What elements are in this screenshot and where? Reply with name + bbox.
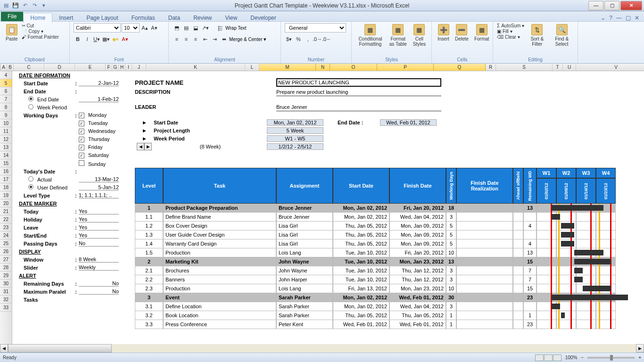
task-row[interactable]: 2.3ProductionLois LangFri, Jan 13, 2012M… <box>135 284 616 293</box>
task-row[interactable]: 3EventSarah ParkerMon, Jan 02, 2012Wed, … <box>135 293 616 302</box>
clear-button[interactable]: ⌫Clear ▾ <box>497 34 524 40</box>
scroll-right-button[interactable]: ▶ <box>636 344 644 353</box>
row-header-20[interactable]: 20 <box>0 199 12 207</box>
task-cell[interactable] <box>576 284 596 293</box>
task-cell[interactable] <box>537 311 556 320</box>
task-cell[interactable] <box>513 284 523 293</box>
task-cell[interactable]: Mon, Jan 09, 2012 <box>389 222 446 230</box>
task-cell[interactable] <box>513 204 523 213</box>
font-size-select[interactable]: 10 <box>122 23 140 33</box>
task-cell[interactable]: Mon, Jan 09, 2012 <box>389 239 446 248</box>
copy-button[interactable]: 📄Copy ▾ <box>22 29 59 34</box>
task-cell[interactable]: Tue, Jan 10, 2012 <box>333 275 389 284</box>
ribbon-tab-data[interactable]: Data <box>162 13 187 23</box>
task-cell[interactable] <box>513 320 523 329</box>
leave-value[interactable]: Yes <box>79 224 119 230</box>
task-cell[interactable]: Banners <box>163 275 276 284</box>
paste-button[interactable]: 📋Paste <box>4 23 20 57</box>
redo-icon[interactable]: ↷ <box>30 1 39 10</box>
task-row[interactable]: 2Marketing KitJohn WayneTue, Jan 10, 201… <box>135 257 616 266</box>
task-cell[interactable]: 2.2 <box>135 275 163 284</box>
row-header-11[interactable]: 11 <box>0 127 12 135</box>
help-icon[interactable]: ? <box>609 15 612 21</box>
task-row[interactable]: 1.2Box Cover DesignLisa GirlThu, Jan 05,… <box>135 222 616 230</box>
task-cell[interactable] <box>576 311 596 320</box>
autosum-button[interactable]: ΣAutoSum ▾ <box>497 23 524 28</box>
task-cell[interactable]: 23 <box>523 320 537 329</box>
slider-value[interactable]: Weekly <box>79 264 119 271</box>
task-cell[interactable] <box>513 239 523 248</box>
task-cell[interactable] <box>537 204 556 213</box>
task-cell[interactable] <box>556 213 576 222</box>
task-cell[interactable] <box>576 266 596 275</box>
task-cell[interactable]: John Wayne <box>276 257 333 266</box>
minimize-button[interactable]: — <box>588 1 603 10</box>
task-cell[interactable] <box>456 222 513 230</box>
column-header-N[interactable]: N <box>316 64 330 71</box>
row-header-22[interactable]: 22 <box>0 215 12 223</box>
task-cell[interactable] <box>596 222 616 230</box>
row-header-23[interactable]: 23 <box>0 223 12 231</box>
task-cell[interactable]: Product Package Preparation <box>163 204 276 213</box>
task-cell[interactable] <box>576 239 596 248</box>
task-cell[interactable] <box>596 302 616 311</box>
font-name-select[interactable]: Calibri <box>74 23 121 33</box>
prev-week-button[interactable]: ◀ <box>137 143 144 150</box>
delete-cells-button[interactable]: ➖Delete <box>453 23 471 57</box>
task-cell[interactable]: 3.1 <box>135 302 163 311</box>
orientation-icon[interactable]: ↗▾ <box>201 23 209 33</box>
task-cell[interactable] <box>596 213 616 222</box>
decrease-decimal-icon[interactable]: .0← <box>322 34 331 44</box>
column-header-V[interactable]: V <box>576 64 644 71</box>
task-cell[interactable]: 1 <box>135 204 163 213</box>
sort-filter-button[interactable]: ⇅Sort & Filter <box>526 23 548 57</box>
task-cell[interactable] <box>456 284 513 293</box>
start-date-value[interactable]: 2-Jan-12 <box>79 80 119 86</box>
row-header-24[interactable]: 24 <box>0 231 12 239</box>
task-cell[interactable] <box>456 257 513 266</box>
task-cell[interactable] <box>596 284 616 293</box>
task-cell[interactable]: Lois Lang <box>276 248 333 257</box>
startend-value[interactable]: Yes <box>79 232 119 239</box>
task-cell[interactable]: Bruce Jenner <box>276 204 333 213</box>
task-cell[interactable] <box>537 293 556 302</box>
thursday-checkbox[interactable]: ✓ <box>79 137 84 142</box>
window-minimize-icon[interactable]: — <box>616 15 622 21</box>
task-cell[interactable] <box>456 320 513 329</box>
format-painter-button[interactable]: 🖌Format Painter <box>22 34 59 40</box>
task-cell[interactable] <box>513 275 523 284</box>
task-cell[interactable] <box>576 320 596 329</box>
task-cell[interactable] <box>513 302 523 311</box>
row-header-29[interactable]: 29 <box>0 272 12 280</box>
task-cell[interactable] <box>596 248 616 257</box>
wednesday-checkbox[interactable]: ✓ <box>79 129 84 134</box>
holiday-value[interactable]: Yes <box>79 216 119 222</box>
task-cell[interactable]: 1 <box>446 320 456 329</box>
task-cell[interactable] <box>513 230 523 239</box>
task-cell[interactable]: 10 <box>446 248 456 257</box>
font-color-button[interactable]: A▾ <box>121 34 129 44</box>
task-cell[interactable]: Production <box>163 248 276 257</box>
task-cell[interactable]: 1.2 <box>135 222 163 230</box>
task-cell[interactable]: Tue, Jan 10, 2012 <box>333 257 389 266</box>
task-cell[interactable] <box>596 311 616 320</box>
percent-icon[interactable]: % <box>294 34 303 44</box>
task-cell[interactable]: 23 <box>523 293 537 302</box>
task-cell[interactable] <box>456 311 513 320</box>
task-cell[interactable]: 5 <box>446 239 456 248</box>
task-cell[interactable]: Mon, Jan 02, 2012 <box>333 213 389 222</box>
zoom-out-button[interactable]: − <box>581 355 584 360</box>
column-header-F[interactable]: F <box>106 64 112 71</box>
row-header-14[interactable]: 14 <box>0 151 12 159</box>
task-cell[interactable] <box>596 204 616 213</box>
window-value[interactable]: 8 Week <box>79 256 119 263</box>
italic-button[interactable]: I <box>83 34 91 44</box>
page-break-view-button[interactable] <box>553 354 561 361</box>
task-cell[interactable]: 30 <box>446 293 456 302</box>
task-cell[interactable]: Bruce Jenner <box>276 213 333 222</box>
row-header-25[interactable]: 25 <box>0 239 12 247</box>
task-row[interactable]: 1.5ProductionLois LangTue, Jan 10, 2012F… <box>135 248 616 257</box>
shrink-font-icon[interactable]: A▾ <box>150 23 158 33</box>
find-select-button[interactable]: 🔍Find & Select <box>550 23 574 57</box>
task-cell[interactable]: Thu, Jan 05, 2012 <box>389 311 446 320</box>
